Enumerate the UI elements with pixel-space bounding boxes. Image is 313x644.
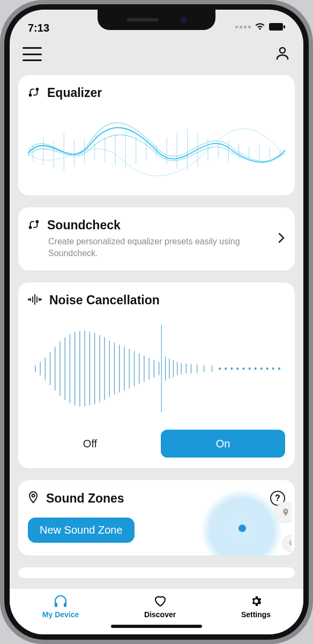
app-header bbox=[10, 35, 303, 73]
svg-point-38 bbox=[40, 299, 41, 300]
battery-icon bbox=[269, 21, 285, 33]
notch bbox=[98, 10, 215, 30]
svg-point-84 bbox=[266, 368, 269, 370]
soundwave-icon bbox=[28, 294, 42, 308]
svg-point-83 bbox=[260, 368, 263, 370]
menu-icon[interactable] bbox=[23, 47, 42, 61]
svg-point-80 bbox=[242, 368, 244, 370]
routing-icon bbox=[28, 219, 40, 233]
svg-rect-0 bbox=[269, 23, 283, 31]
svg-point-88 bbox=[285, 511, 286, 512]
nav-my-device[interactable]: My Device bbox=[42, 594, 79, 619]
nc-toggle: Off On bbox=[28, 430, 285, 458]
equalizer-card[interactable]: Equalizer bbox=[18, 75, 295, 196]
nav-settings[interactable]: Settings bbox=[241, 594, 271, 619]
status-indicators bbox=[235, 21, 285, 33]
heart-icon bbox=[153, 594, 167, 608]
pin-icon bbox=[28, 491, 39, 506]
svg-rect-91 bbox=[64, 603, 66, 607]
nav-my-device-label: My Device bbox=[42, 610, 79, 619]
svg-rect-1 bbox=[284, 25, 285, 28]
svg-point-37 bbox=[28, 299, 29, 300]
noise-cancellation-graphic bbox=[28, 315, 285, 422]
phone-frame: 7:13 bbox=[0, 0, 313, 644]
sound-zones-card: Sound Zones ? New Sound Zone bbox=[18, 480, 295, 556]
svg-point-82 bbox=[255, 368, 257, 370]
nav-settings-label: Settings bbox=[241, 610, 271, 619]
svg-point-87 bbox=[32, 495, 35, 497]
phone-bezel: 7:13 bbox=[4, 4, 309, 640]
svg-point-77 bbox=[225, 368, 227, 370]
nc-on-button[interactable]: On bbox=[161, 430, 285, 458]
headphones-icon bbox=[53, 594, 68, 608]
routing-icon bbox=[28, 86, 40, 100]
wifi-icon bbox=[254, 21, 266, 33]
sound-zone-graphic bbox=[195, 481, 292, 556]
soundcheck-card[interactable]: Soundcheck Create personalized equalizer… bbox=[18, 207, 295, 271]
noise-cancellation-title: Noise Cancellation bbox=[49, 293, 160, 308]
nav-discover-label: Discover bbox=[144, 610, 176, 619]
content-area: Equalizer bbox=[10, 73, 303, 588]
next-card-peek bbox=[18, 567, 295, 578]
svg-point-85 bbox=[272, 368, 274, 370]
soundcheck-subtitle: Create personalized equalizer presets ea… bbox=[48, 236, 285, 259]
gear-icon bbox=[250, 594, 263, 608]
svg-rect-90 bbox=[55, 603, 57, 607]
zone-pin-icon bbox=[283, 535, 292, 551]
screen: 7:13 bbox=[10, 10, 303, 634]
equalizer-wave-graphic bbox=[28, 108, 285, 183]
svg-point-78 bbox=[230, 368, 233, 370]
sound-zones-title: Sound Zones bbox=[46, 491, 124, 506]
svg-point-2 bbox=[280, 48, 285, 53]
chevron-right-icon bbox=[278, 232, 285, 246]
noise-cancellation-card: Noise Cancellation bbox=[18, 282, 295, 468]
home-indicator[interactable] bbox=[111, 625, 202, 628]
nc-off-button[interactable]: Off bbox=[28, 430, 152, 458]
equalizer-title: Equalizer bbox=[47, 86, 102, 100]
svg-point-76 bbox=[219, 368, 221, 370]
soundcheck-title: Soundcheck bbox=[47, 218, 121, 233]
profile-icon[interactable] bbox=[274, 45, 290, 63]
status-time: 7:13 bbox=[28, 22, 49, 34]
cellular-dots-icon bbox=[235, 26, 251, 28]
svg-point-86 bbox=[278, 368, 280, 370]
new-sound-zone-button[interactable]: New Sound Zone bbox=[28, 518, 135, 543]
nav-discover[interactable]: Discover bbox=[144, 594, 176, 619]
svg-point-81 bbox=[249, 368, 251, 370]
svg-point-79 bbox=[236, 368, 239, 370]
